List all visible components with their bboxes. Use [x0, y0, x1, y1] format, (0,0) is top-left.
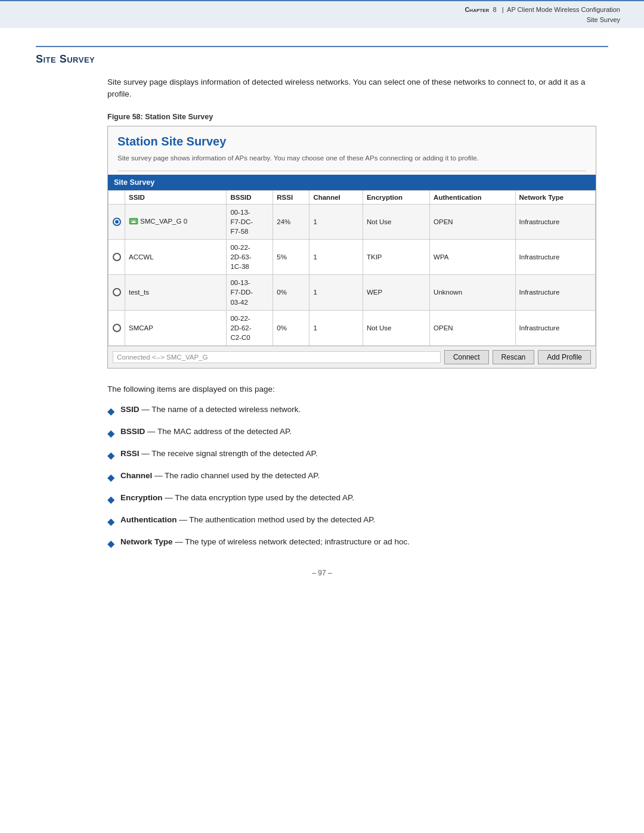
bullet-term: Encryption	[120, 493, 163, 502]
network-icon	[129, 218, 138, 226]
list-item: ◆Channel — The radio channel used by the…	[107, 470, 596, 485]
encryption-cell: Not Use	[363, 310, 429, 345]
network-type-cell: Infrastructure	[515, 240, 595, 275]
page-number: – 97 –	[36, 569, 608, 589]
radio-cell[interactable]	[109, 204, 125, 239]
list-item: ◆RSSI — The receive signal strength of t…	[107, 448, 596, 463]
bullet-diamond-icon: ◆	[107, 404, 114, 419]
survey-table: SSID BSSID RSSI Channel Encryption Authe…	[108, 190, 596, 346]
col-header-network-type: Network Type	[515, 190, 595, 204]
table-row[interactable]: SMC_VAP_G 000-13- F7-DC- F7-5824%1Not Us…	[109, 204, 596, 239]
bullet-desc: — The receive signal strength of the det…	[140, 449, 318, 458]
bullet-text: RSSI — The receive signal strength of th…	[120, 448, 317, 460]
ssid-cell: SMC_VAP_G 0	[125, 204, 227, 239]
bullet-text: Encryption — The data encryption type us…	[120, 492, 354, 504]
radio-button[interactable]	[113, 288, 121, 296]
col-header-authentication: Authentication	[430, 190, 515, 204]
table-header-bar: Site Survey	[108, 175, 596, 190]
bullet-term: Channel	[120, 471, 152, 480]
authentication-cell: OPEN	[430, 310, 515, 345]
connect-button[interactable]: Connect	[444, 350, 489, 364]
widget-divider	[117, 171, 586, 171]
bullet-diamond-icon: ◆	[107, 537, 114, 551]
footer-status: Connected <--> SMC_VAP_G	[113, 351, 441, 363]
radio-button[interactable]	[113, 324, 121, 332]
chapter-subtitle: Site Survey	[465, 15, 620, 25]
intro-paragraph: Site survey page displays information of…	[107, 76, 608, 101]
encryption-cell: WEP	[363, 275, 429, 310]
list-item: ◆BSSID — The MAC address of the detected…	[107, 426, 596, 441]
radio-button[interactable]	[113, 218, 121, 226]
authentication-cell: OPEN	[430, 204, 515, 239]
bullet-text: BSSID — The MAC address of the detected …	[120, 426, 292, 438]
section-title-bar: Site Survey	[36, 46, 608, 66]
list-item: ◆Encryption — The data encryption type u…	[107, 492, 596, 507]
bullet-term: RSSI	[120, 449, 140, 458]
bullet-desc: — The name of a detected wireless networ…	[140, 405, 301, 414]
main-content: Site Survey Site survey page displays in…	[0, 28, 644, 613]
figure-caption: Figure 58: Station Site Survey	[107, 113, 608, 121]
rescan-button[interactable]: Rescan	[493, 350, 535, 364]
channel-cell: 1	[309, 240, 363, 275]
authentication-cell: Unknown	[430, 275, 515, 310]
chapter-word: Chapter	[465, 6, 489, 13]
station-site-survey-widget: Station Site Survey Site survey page sho…	[107, 126, 596, 368]
table-row[interactable]: test_ts00-13- F7-DD- 03-420%1WEPUnknownI…	[109, 275, 596, 310]
chapter-title: AP Client Mode Wireless Configuration	[507, 6, 620, 13]
bullet-diamond-icon: ◆	[107, 515, 114, 529]
col-header-rssi: RSSI	[273, 190, 309, 204]
bullet-term: Network Type	[120, 537, 173, 546]
table-row[interactable]: SMCAP00-22- 2D-62- C2-C00%1Not UseOPENIn…	[109, 310, 596, 345]
bullet-text: SSID — The name of a detected wireless n…	[120, 404, 301, 416]
bssid-cell: 00-22- 2D-63- 1C-38	[227, 240, 273, 275]
channel-cell: 1	[309, 310, 363, 345]
bullet-text: Channel — The radio channel used by the …	[120, 470, 320, 482]
radio-button[interactable]	[113, 253, 121, 261]
bullet-desc: — The type of wireless network detected;…	[173, 537, 410, 546]
radio-cell[interactable]	[109, 240, 125, 275]
bullet-diamond-icon: ◆	[107, 493, 114, 507]
radio-cell[interactable]	[109, 275, 125, 310]
list-item: ◆Authentication — The authentication met…	[107, 514, 596, 529]
channel-cell: 1	[309, 275, 363, 310]
bullet-list: ◆SSID — The name of a detected wireless …	[107, 404, 596, 551]
bullet-desc: — The data encryption type used by the d…	[163, 493, 354, 502]
bssid-cell: 00-13- F7-DD- 03-42	[227, 275, 273, 310]
bullet-diamond-icon: ◆	[107, 426, 114, 441]
rssi-cell: 24%	[273, 204, 309, 239]
bullet-desc: — The MAC address of the detected AP.	[145, 427, 292, 436]
widget-header: Station Site Survey Site survey page sho…	[108, 126, 596, 175]
body-intro-text: The following items are displayed on thi…	[107, 383, 596, 396]
table-header-row: SSID BSSID RSSI Channel Encryption Authe…	[109, 190, 596, 204]
header-text-block: Chapter 8 | AP Client Mode Wireless Conf…	[465, 5, 620, 24]
col-header-ssid: SSID	[125, 190, 227, 204]
list-item: ◆Network Type — The type of wireless net…	[107, 536, 596, 551]
encryption-cell: Not Use	[363, 204, 429, 239]
bullet-text: Network Type — The type of wireless netw…	[120, 536, 410, 548]
chapter-number: 8	[493, 6, 496, 13]
chapter-label: Chapter 8 | AP Client Mode Wireless Conf…	[465, 5, 620, 15]
radio-cell[interactable]	[109, 310, 125, 345]
rssi-cell: 0%	[273, 310, 309, 345]
bssid-cell: 00-22- 2D-62- C2-C0	[227, 310, 273, 345]
ssid-cell: ACCWL	[125, 240, 227, 275]
ssid-cell: test_ts	[125, 275, 227, 310]
network-type-cell: Infrastructure	[515, 275, 595, 310]
bssid-cell: 00-13- F7-DC- F7-58	[227, 204, 273, 239]
widget-title: Station Site Survey	[117, 135, 586, 148]
bullet-diamond-icon: ◆	[107, 470, 114, 485]
channel-cell: 1	[309, 204, 363, 239]
col-header-select	[109, 190, 125, 204]
ssid-cell: SMCAP	[125, 310, 227, 345]
col-header-channel: Channel	[309, 190, 363, 204]
add-profile-button[interactable]: Add Profile	[538, 350, 591, 364]
table-row[interactable]: ACCWL00-22- 2D-63- 1C-385%1TKIPWPAInfras…	[109, 240, 596, 275]
col-header-encryption: Encryption	[363, 190, 429, 204]
bullet-desc: — The radio channel used by the detected…	[152, 471, 320, 480]
network-type-cell: Infrastructure	[515, 204, 595, 239]
widget-footer: Connected <--> SMC_VAP_G Connect Rescan …	[108, 346, 596, 368]
rssi-cell: 5%	[273, 240, 309, 275]
bullet-desc: — The authentication method used by the …	[177, 515, 376, 524]
authentication-cell: WPA	[430, 240, 515, 275]
page-header: Chapter 8 | AP Client Mode Wireless Conf…	[0, 0, 644, 28]
